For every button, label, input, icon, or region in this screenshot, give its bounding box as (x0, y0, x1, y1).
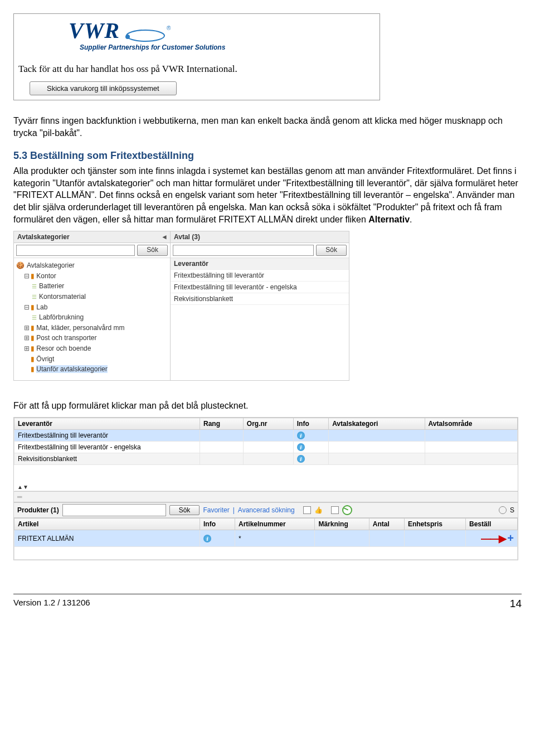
tree-ovrigt[interactable]: Övrigt (36, 355, 54, 363)
checkbox-2[interactable] (331, 506, 339, 514)
col-bestall[interactable]: Beställ (466, 518, 518, 530)
s-label: S (510, 506, 514, 514)
sort-arrows-icon[interactable]: ▲▼ (17, 484, 28, 490)
product-artikel: FRITEXT ALLMÄN (14, 530, 200, 547)
col-info[interactable]: Info (293, 418, 328, 430)
col-artikel[interactable]: Artikel (14, 518, 200, 530)
produkter-search-input[interactable] (62, 504, 166, 516)
lev-row-1[interactable]: Fritextbeställning till leverantör - eng… (171, 282, 349, 293)
product-artnr: * (235, 530, 315, 547)
green-check-icon (342, 505, 352, 515)
category-tree: Avtalskategorier ⊟▮ Kontor Batterier Kon… (14, 258, 170, 380)
send-cart-button[interactable]: Skicka varukorg till inköpssystemet (30, 81, 177, 95)
col-leverantor[interactable]: Leverantör (14, 418, 200, 430)
col-avtalskategori[interactable]: Avtalskategori (329, 418, 425, 430)
product-row[interactable]: FRITEXT ALLMÄN i * ——▶ + (14, 530, 518, 547)
col-orgnr[interactable]: Org.nr (243, 418, 293, 430)
tree-root[interactable]: Avtalskategorier (16, 261, 75, 269)
thumb-icon: 👍 (314, 506, 323, 514)
footer-version: Version 1.2 / 131206 (13, 598, 90, 610)
paragraph-fritext: Alla produkter och tjänster som inte fin… (13, 165, 522, 225)
category-search-button[interactable]: Sök (137, 245, 168, 256)
leverantor-column-header: Leverantör (171, 258, 349, 270)
footer-page-number: 14 (510, 598, 522, 610)
avtalskategorier-header: Avtalskategorier (17, 233, 70, 241)
tree-resor[interactable]: Resor och boende (36, 345, 91, 352)
info-icon[interactable]: i (297, 455, 305, 463)
col-antal[interactable]: Antal (369, 518, 404, 530)
produkter-search-button[interactable]: Sök (169, 505, 200, 515)
lev-row-0[interactable]: Fritextbeställning till leverantör (171, 270, 349, 282)
col-enhetspris[interactable]: Enhetspris (404, 518, 465, 530)
svg-point-1 (125, 35, 130, 39)
col-avtalsomrade[interactable]: Avtalsområde (425, 418, 517, 430)
vwr-orbit-icon: ® (123, 25, 173, 43)
radio-s[interactable] (499, 506, 507, 514)
info-icon[interactable]: i (203, 535, 211, 542)
info-icon[interactable]: i (297, 432, 305, 439)
paragraph-backfunktion: Tyvärr finns ingen backfunktion i webbut… (13, 115, 522, 139)
add-plus-button[interactable]: + (507, 532, 514, 544)
col-rang[interactable]: Rang (200, 418, 244, 430)
tree-lab[interactable]: Lab (36, 303, 47, 311)
tree-kontor[interactable]: Kontor (36, 272, 56, 280)
vwr-screenshot: VWR ® Supplier Partnerships for Customer… (13, 13, 380, 100)
paragraph-plustecken: För att få upp formuläret klickar man på… (13, 400, 522, 412)
tree-post[interactable]: Post och transporter (36, 334, 96, 342)
tree-kontorsmaterial[interactable]: Kontorsmaterial (16, 292, 168, 302)
col-markning[interactable]: Märkning (315, 518, 369, 530)
col-artnr[interactable]: Artikelnummer (235, 518, 315, 530)
svg-text:®: ® (167, 25, 171, 31)
categories-screenshot: Avtalskategorier ◄ Sök Avtalskategorier … (13, 231, 349, 381)
category-search-input[interactable] (16, 245, 135, 256)
tree-labforbrukning[interactable]: Labförbrukning (16, 312, 168, 323)
section-heading: 5.3 Beställning som Fritextbeställning (13, 150, 522, 162)
checkbox-1[interactable] (303, 506, 311, 514)
favoriter-link[interactable]: Favoriter (203, 506, 229, 514)
svg-point-0 (127, 30, 164, 41)
avtal-search-input[interactable] (173, 245, 314, 256)
info-icon[interactable]: i (297, 443, 305, 451)
collapse-left-icon[interactable]: ◄ (161, 233, 168, 241)
suppliers-screenshot: Leverantör Rang Org.nr Info Avtalskatego… (13, 417, 518, 560)
tree-batterier[interactable]: Batterier (16, 281, 168, 292)
supplier-row-1[interactable]: Fritextbeställning till leverantör - eng… (14, 442, 518, 453)
vwr-logo: VWR ® (18, 15, 375, 45)
avancerad-link[interactable]: Avancerad sökning (238, 506, 295, 514)
avtal-search-button[interactable]: Sök (316, 245, 347, 256)
tree-utanfor-selected[interactable]: Utanför avtalskategorier (36, 365, 107, 373)
vwr-thank-you-message: Tack för att du har handlat hos oss på V… (18, 64, 375, 75)
supplier-row-2[interactable]: Rekvisitionsblankett i (14, 453, 518, 465)
lev-row-2[interactable]: Rekvisitionsblankett (171, 293, 349, 305)
produkter-header: Produkter (1) (17, 506, 59, 514)
vwr-tagline: Supplier Partnerships for Customer Solut… (18, 43, 375, 51)
vwr-logo-text: VWR (69, 17, 120, 43)
red-arrow-icon: ——▶ (481, 533, 505, 544)
tree-mat[interactable]: Mat, kläder, personalvård mm (36, 324, 124, 332)
avtal-header: Avtal (3) (174, 233, 200, 241)
supplier-row-0[interactable]: Fritextbeställning till leverantör i (14, 430, 518, 442)
page-footer: Version 1.2 / 131206 14 (13, 594, 522, 613)
col-info2[interactable]: Info (200, 518, 235, 530)
